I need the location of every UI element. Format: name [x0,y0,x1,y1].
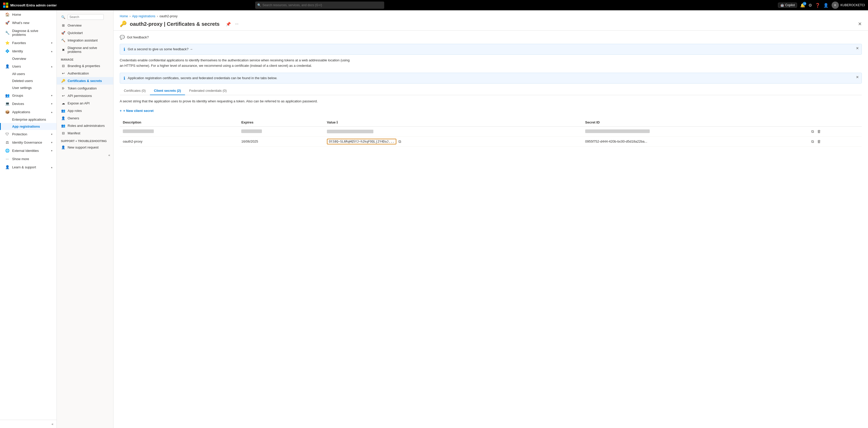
tab-federated-credentials[interactable]: Federated credentials (0) [185,87,231,95]
tab-certificates[interactable]: Certificates (0) [120,87,150,95]
sidebar-item-diagnose[interactable]: 🔧 Diagnose & solve problems [0,27,57,39]
sec-sidebar-branding[interactable]: ⊟ Branding & properties [57,62,113,70]
protection-chevron: ▾ [51,133,52,136]
home-icon: 🏠 [5,12,9,17]
sidebar-item-devices[interactable]: 💻 Devices ▾ [0,100,57,108]
row2-copy-button[interactable]: ⧉ [811,139,814,144]
user-profile[interactable]: K KUBEROCKETCI [832,2,865,9]
banner1-info-icon: ℹ [124,47,125,52]
users-chevron: ▴ [51,65,52,68]
sec-sidebar-new-support[interactable]: 👤 New support request [57,143,113,151]
close-button[interactable]: ✕ [858,21,862,27]
sidebar-item-identity[interactable]: 💠 Identity ▴ [0,47,57,55]
svg-rect-3 [6,5,8,8]
sidebar-sub-item-user-settings[interactable]: User settings [0,84,57,91]
quickstart-icon: 🚀 [61,31,66,35]
row1-description [120,126,238,136]
sidebar-item-identity-governance[interactable]: ⚖ Identity Governance ▾ [0,138,57,146]
sec-sidebar-diagnose[interactable]: ✖ Diagnose and solve problems [57,44,113,56]
sidebar-collapse-button[interactable]: « [0,420,57,428]
pin-button[interactable]: 📌 [225,21,232,27]
sidebar-item-learn-support[interactable]: 👤 Learn & support ▴ [0,163,57,171]
row1-copy-button[interactable]: ⧉ [811,129,814,134]
identity-governance-icon: ⚖ [5,140,9,144]
breadcrumb-app-registrations[interactable]: App registrations [132,14,155,18]
row2-value-copy-button[interactable]: ⧉ [398,139,402,144]
sidebar-item-whats-new[interactable]: 🚀 What's new [0,19,57,27]
sidebar-item-protection[interactable]: 🛡 Protection ▾ [0,130,57,138]
notifications-button[interactable]: 🔔 16 [800,3,805,8]
sec-sidebar-manage-section: Manage [57,56,113,62]
overview-icon: ⊞ [61,24,66,27]
sec-sidebar-app-roles[interactable]: 👥 App roles [57,107,113,114]
settings-button[interactable]: ⚙ [808,3,812,8]
expose-api-icon: ☁ [61,101,66,105]
sidebar-sub-item-app-registrations[interactable]: App registrations [0,123,57,130]
notifications-badge: 16 [803,2,806,5]
col-header-description: Description [120,118,238,127]
sidebar-item-users[interactable]: 👤 Users ▴ [0,62,57,70]
token-config-icon: ⊪ [61,86,66,90]
copilot-icon: 🤖 [780,3,784,7]
sec-sidebar-quickstart[interactable]: 🚀 Quickstart [57,29,113,37]
main-body: 💬 Got feedback? ℹ Got a second to give u… [114,31,868,428]
search-input[interactable] [255,2,384,9]
row1-actions: ⧉ 🗑 [808,126,862,136]
secondary-sidebar-collapse-button[interactable]: « [57,151,113,159]
sec-sidebar-support-section: Support + Troubleshooting [57,137,113,143]
app-roles-icon: 👥 [61,109,66,113]
row1-action-icons: ⧉ 🗑 [811,129,859,134]
sec-sidebar-owners[interactable]: 👤 Owners [57,114,113,122]
sidebar-sub-item-enterprise-apps[interactable]: Enterprise applications [0,116,57,123]
sidebar-item-favorites[interactable]: ⭐ Favorites ▾ [0,39,57,47]
banner1-close-button[interactable]: ✕ [856,46,859,50]
feedback-icon: 💬 [120,35,125,40]
sec-sidebar-api-permissions[interactable]: ↩ API permissions [57,92,113,100]
authentication-icon: ↩ [61,71,66,75]
sidebar-item-home[interactable]: 🏠 Home [0,10,57,19]
sec-sidebar-manifest[interactable]: ⊟ Manifest [57,129,113,137]
secondary-search-input[interactable] [68,14,104,20]
external-identities-icon: 🌐 [5,149,9,153]
learn-support-chevron: ▴ [51,166,52,169]
value-info-icon[interactable]: ℹ [337,121,338,124]
copilot-button[interactable]: 🤖 Copilot [778,3,797,8]
banner2-close-button[interactable]: ✕ [856,75,859,79]
help-button[interactable]: ❓ [815,3,820,8]
topbar-right: 🤖 Copilot 🔔 16 ⚙ ❓ 👤 K KUBEROCKETCI [778,2,865,9]
sec-sidebar-search[interactable]: 🔍 [57,12,113,22]
banner2-info-icon: ℹ [124,76,125,81]
sec-sidebar-overview[interactable]: ⊞ Overview [57,22,113,29]
sidebar-item-applications[interactable]: 📦 Applications ▴ [0,108,57,116]
breadcrumb-home[interactable]: Home [120,14,128,18]
row2-value-highlighted: OtS8Q~SL6RqHQ5YJ~h2kqFOQLj2Y4DaJ... [327,139,396,144]
learn-support-icon: 👤 [5,165,9,169]
sidebar-sub-item-all-users[interactable]: All users [0,70,57,77]
sec-sidebar-expose-api[interactable]: ☁ Expose an API [57,100,113,107]
sec-sidebar-certificates-secrets[interactable]: 🔑 Certificates & secrets [57,77,113,85]
row1-delete-button[interactable]: 🗑 [817,129,822,134]
col-header-expires: Expires [238,118,324,127]
new-client-secret-button[interactable]: + + New client secret [120,107,154,114]
sidebar-sub-item-deleted-users[interactable]: Deleted users [0,77,57,84]
col-header-value: Value ℹ [324,118,582,127]
feedback-banner: ℹ Got a second to give us some feedback?… [120,44,862,55]
sidebar-item-groups[interactable]: 👥 Groups ▾ [0,91,57,100]
sidebar-item-external-identities[interactable]: 🌐 External Identities ▾ [0,146,57,155]
account-button[interactable]: 👤 [824,3,829,8]
sec-sidebar-authentication[interactable]: ↩ Authentication [57,70,113,77]
row2-delete-button[interactable]: 🗑 [817,139,822,144]
whats-new-icon: 🚀 [5,21,9,25]
row2-expires: 16/06/2025 [238,136,324,146]
more-actions-button[interactable]: ··· [234,21,240,27]
breadcrumb-sep1: › [129,14,130,18]
sec-sidebar-roles-administrators[interactable]: 👥 Roles and administrators [57,122,113,129]
groups-icon: 👥 [5,93,9,97]
breadcrumb-current: oauth2-proxy [159,14,178,18]
tab-client-secrets[interactable]: Client secrets (2) [150,87,185,95]
sidebar-sub-item-overview[interactable]: Overview [0,55,57,62]
sec-sidebar-integration-assistant[interactable]: 🔨 Integration assistant [57,37,113,44]
sec-sidebar-token-configuration[interactable]: ⊪ Token configuration [57,85,113,92]
search-icon-secondary: 🔍 [61,15,66,19]
sidebar-item-show-more[interactable]: ··· Show more [0,155,57,163]
